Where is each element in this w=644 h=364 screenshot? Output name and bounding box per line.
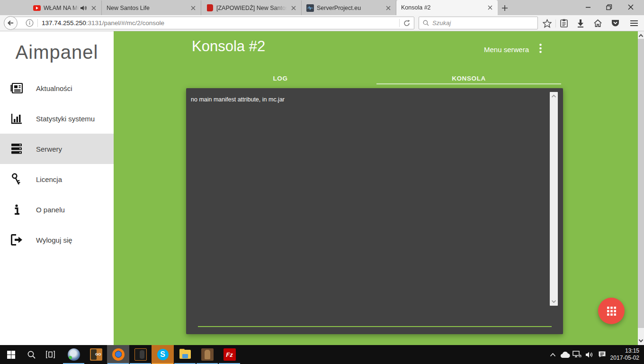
close-tab-icon[interactable]: [290, 4, 297, 12]
tab-konsola[interactable]: KONSOLA: [375, 71, 563, 85]
minimize-button[interactable]: [577, 0, 599, 14]
sidebar-item-wyloguj[interactable]: Wyloguj się: [0, 225, 114, 255]
start-button[interactable]: [0, 345, 22, 364]
logout-icon: [9, 233, 25, 247]
console-scrollbar[interactable]: [550, 92, 558, 306]
back-button[interactable]: [4, 16, 18, 30]
main-content: Konsola #2 Menu serwera LOG KONSOLA no m…: [114, 31, 638, 345]
tab-title: [ZAPOWIEDŹ] New Santos Li: [216, 5, 287, 11]
scroll-down-icon[interactable]: [638, 338, 644, 343]
active-tab-underline: [376, 83, 561, 84]
youtube-icon: [33, 4, 41, 12]
console-panel: no main manifest attribute, in mc.jar: [186, 88, 563, 334]
taskbar-search-button[interactable]: [22, 345, 41, 364]
tray-expand-icon[interactable]: [546, 345, 559, 364]
tab-new-santos-life[interactable]: New Santos Life: [102, 0, 201, 15]
window-controls: [577, 0, 641, 14]
filezilla-icon: Fz: [224, 348, 236, 361]
minimize-icon: [585, 4, 591, 10]
menu-hamburger-icon[interactable]: [628, 18, 640, 29]
windows-taskbar: GO S Fz: [0, 345, 644, 364]
close-tab-icon[interactable]: [90, 4, 98, 12]
sidebar-item-statystyki[interactable]: Statystyki systemu: [0, 103, 114, 134]
tab-log-label: LOG: [273, 75, 287, 82]
taskbar-app-csgo[interactable]: GO: [85, 345, 107, 364]
reload-icon[interactable]: [400, 17, 414, 29]
restore-button[interactable]: [599, 0, 620, 14]
divider: [37, 19, 38, 27]
close-icon: [628, 4, 634, 10]
search-input[interactable]: [432, 19, 534, 27]
url-text[interactable]: 137.74.255.250:3131/panel/#/mc/2/console: [42, 19, 399, 27]
tab-title: ServerProject.eu: [317, 5, 382, 11]
taskbar-app-game1[interactable]: [129, 345, 152, 364]
scroll-up-icon[interactable]: [551, 94, 556, 98]
tab-title: Konsola #2: [401, 4, 483, 11]
sidebar-item-label: Aktualności: [36, 84, 72, 92]
console-command-input[interactable]: [198, 314, 552, 326]
sidebar-item-o-panelu[interactable]: O panelu: [0, 194, 114, 225]
sidebar-item-aktualnosci[interactable]: Aktualności: [0, 73, 114, 103]
sidebar-item-licencja[interactable]: Licencja: [0, 164, 114, 194]
sidebar-item-label: O panelu: [36, 206, 65, 214]
taskbar-spacer: [241, 345, 546, 364]
downloads-icon[interactable]: [574, 18, 587, 29]
taskbar-app-filezilla[interactable]: Fz: [218, 345, 241, 364]
tab-wlam-na-mcgb[interactable]: WŁAM NA MCGB.PL | SH: [28, 0, 102, 15]
tab-title: New Santos Life: [107, 5, 187, 11]
tab-serverproject[interactable]: ServerProject.eu: [302, 0, 396, 15]
taskbar-clock[interactable]: 13:15 2017-05-02: [608, 347, 644, 362]
sidebar-item-label: Licencja: [36, 175, 62, 183]
onedrive-cloud-icon[interactable]: [559, 345, 571, 364]
taskbar-app-explorer[interactable]: [174, 345, 196, 364]
page-scrollbar[interactable]: [638, 31, 644, 345]
tab-zapowiedz[interactable]: [ZAPOWIEDŹ] New Santos Li: [201, 0, 302, 15]
servers-icon: [9, 142, 25, 156]
new-tab-button[interactable]: [498, 2, 512, 14]
network-icon[interactable]: [571, 345, 583, 364]
game-portrait-icon: [134, 348, 147, 361]
scroll-up-icon[interactable]: [638, 33, 644, 38]
action-center-icon[interactable]: [596, 345, 608, 364]
apps-grid-icon: [607, 307, 616, 316]
game-portrait2-icon: [201, 348, 214, 361]
volume-icon[interactable]: [583, 345, 596, 364]
close-window-button[interactable]: [620, 0, 641, 14]
pocket-icon[interactable]: [609, 18, 621, 29]
bookmark-star-icon[interactable]: [541, 18, 553, 29]
close-tab-icon[interactable]: [189, 4, 197, 12]
page-title: Konsola #2: [192, 38, 265, 55]
info-icon: [9, 202, 25, 217]
console-output[interactable]: no main manifest attribute, in mc.jar: [191, 96, 544, 103]
home-icon[interactable]: [591, 18, 604, 29]
taskbar-app-teamspeak[interactable]: [63, 345, 85, 364]
sidebar-item-label: Statystyki systemu: [36, 115, 95, 123]
url-bar[interactable]: 137.74.255.250:3131/panel/#/mc/2/console: [11, 17, 414, 29]
tab-log[interactable]: LOG: [186, 71, 375, 85]
tab-audio-icon[interactable]: [80, 4, 87, 12]
screen: WŁAM NA MCGB.PL | SH New Santos Life [ZA…: [0, 0, 644, 364]
quick-actions-fab[interactable]: [598, 298, 625, 324]
sidebar-item-serwery[interactable]: Serwery: [0, 134, 114, 164]
search-icon: [27, 351, 36, 359]
back-arrow-icon: [7, 19, 14, 27]
taskbar-app-skype[interactable]: S: [152, 345, 174, 364]
panel-page: Aimpanel Aktualności Statystyki systemu …: [0, 31, 644, 345]
taskbar-app-firefox[interactable]: [107, 345, 129, 364]
taskbar-app-game2[interactable]: [196, 345, 218, 364]
close-tab-icon[interactable]: [385, 4, 392, 12]
restore-icon: [606, 4, 612, 10]
task-view-icon: [46, 351, 55, 358]
teamspeak-icon: [68, 348, 80, 361]
scrollbar-thumb[interactable]: [638, 39, 644, 328]
more-vert-icon[interactable]: [539, 44, 542, 55]
task-view-button[interactable]: [41, 345, 60, 364]
close-tab-icon[interactable]: [486, 4, 494, 11]
tab-konsola-active[interactable]: Konsola #2: [396, 0, 498, 15]
site-info-icon[interactable]: [26, 19, 34, 27]
bookmarks-menu-icon[interactable]: [558, 18, 570, 29]
sidebar-item-label: Serwery: [36, 145, 62, 153]
server-menu-label[interactable]: Menu serwera: [484, 46, 529, 54]
clock-date: 2017-05-02: [608, 355, 639, 362]
scroll-down-icon[interactable]: [551, 300, 556, 303]
